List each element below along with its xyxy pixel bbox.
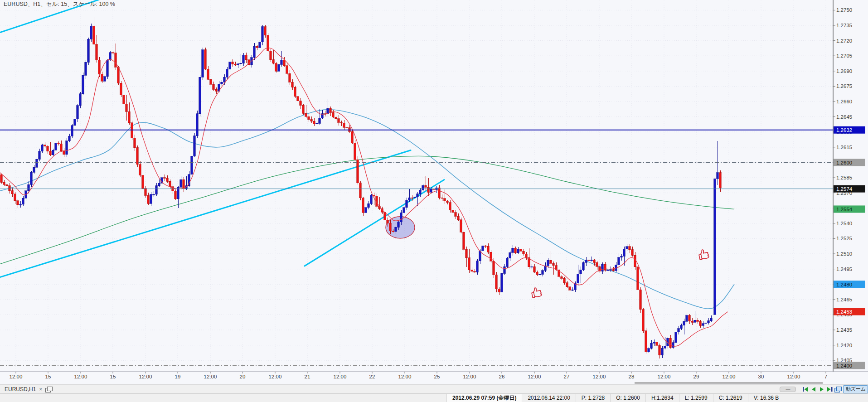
status-filler [0,394,446,402]
new-window-icon[interactable] [45,387,53,392]
nav-next-button[interactable] [818,386,825,392]
svg-text:1.2600: 1.2600 [836,160,852,165]
time-axis-label: 26 [499,374,505,379]
price-axis-label: 1.2420 [836,343,852,348]
price-tag-1.2554: 1.2554 [834,205,865,213]
time-axis-label: 12:00 [787,374,800,379]
price-axis-label: 1.2495 [836,266,852,272]
price-axis-label: 1.2615 [836,145,852,150]
time-axis-label: 27 [564,374,570,379]
tile-windows-icon[interactable] [834,387,842,392]
chart-nav-controls: — 動ズーム [780,385,868,393]
time-axis-label: 25 [434,374,440,379]
time-axis-label: 12:00 [204,374,217,379]
status-cursor-datetime: 2012.06.14 22:00 [522,394,575,402]
price-axis-label: 1.2735 [836,23,852,28]
time-axis-label: 12:00 [463,374,476,379]
svg-text:1.2453: 1.2453 [836,309,852,315]
time-axis-label: 7 [824,374,827,379]
price-axis-label: 1.2585 [836,175,852,180]
svg-text:1.2400: 1.2400 [836,363,852,368]
time-axis-label: 12:00 [139,374,152,379]
status-close: C: 1.2619 [713,394,748,402]
price-chart[interactable]: 1.27501.27351.27201.27051.26901.26751.26… [0,0,868,384]
time-axis-label: 12:00 [398,374,412,379]
collapse-button[interactable]: — [780,387,796,392]
nav-first-button[interactable] [802,386,809,392]
status-volume: V: 16.36 B [748,394,785,402]
price-axis-label: 1.2705 [836,53,852,58]
status-low: L: 1.2599 [679,394,713,402]
price-axis-label: 1.2720 [836,38,852,44]
status-open: O: 1.2600 [610,394,645,402]
arrow-right-icon [819,387,824,392]
time-axis-label: 29 [693,374,699,379]
price-axis-label: 1.2540 [836,221,852,226]
time-axis-label: 30 [758,374,764,379]
svg-text:1.2554: 1.2554 [836,207,853,212]
auto-zoom-button[interactable]: 動ズーム [843,385,868,393]
tab-eurusd-h1[interactable]: EURUSD,H1 × [0,385,56,393]
time-axis-label: 12:00 [334,374,347,379]
price-tag-1.2600: 1.2600 [834,159,865,166]
chart-tab-bar: EURUSD,H1 × — 動ズーム [0,384,868,393]
time-axis-label: 12:00 [528,374,541,379]
step-last-icon [827,387,833,392]
price-axis-label: 1.2510 [836,251,852,257]
time-axis-label: 20 [240,374,246,379]
price-axis-label: 1.2675 [836,83,852,89]
time-axis-label: 15 [110,374,116,379]
nav-prev-button[interactable] [810,386,817,392]
chart-title: EURUSD、H1、セル: 15、スケール: 100 % [4,1,115,7]
time-axis-label: 22 [369,374,375,379]
tab-label: EURUSD,H1 [5,386,36,392]
nav-last-button[interactable] [826,386,833,392]
price-axis-label: 1.2525 [836,236,852,241]
time-axis-label: 19 [175,374,181,379]
svg-text:1.2480: 1.2480 [836,282,852,287]
price-axis-label: 1.2690 [836,68,852,74]
chart-window: 1.27501.27351.27201.27051.26901.26751.26… [0,0,868,402]
status-bar: 2012.06.29 07:59 (金曜日) 2012.06.14 22:00 … [0,393,868,402]
time-axis-label: 12:00 [723,374,736,379]
price-axis-label: 1.2660 [836,99,852,104]
time-axis-label: 15 [45,374,51,379]
tab-close-icon[interactable]: × [39,386,42,392]
status-current-datetime: 2012.06.29 07:59 (金曜日) [446,394,522,402]
time-axis-label: 28 [629,374,635,379]
time-axis-label: 21 [305,374,310,379]
price-tag-1.2574: 1.2574 [834,185,865,193]
arrow-left-icon [811,387,816,392]
price-axis-label: 1.2435 [836,327,852,333]
svg-text:1.2574: 1.2574 [836,186,853,192]
time-axis-label: 12:00 [658,374,671,379]
price-axis-label: 1.2465 [836,297,852,302]
svg-text:1.2632: 1.2632 [836,127,852,133]
status-price: P: 1.2728 [576,394,610,402]
time-axis-label: 12:00 [10,374,23,379]
price-tag-1.2400: 1.2400 [834,362,865,369]
price-tag-1.2480: 1.2480 [834,281,865,288]
step-first-icon [802,387,809,392]
status-high: H:1.2634 [645,394,679,402]
time-axis-label: 12:00 [593,374,606,379]
price-axis-label: 1.2645 [836,114,852,120]
price-tag-1.2453: 1.2453 [834,308,865,315]
time-axis-label: 12:00 [269,374,282,379]
time-axis-label: 12:00 [74,374,87,379]
price-tag-1.2632: 1.2632 [834,126,865,134]
price-axis-label: 1.2750 [836,7,852,13]
